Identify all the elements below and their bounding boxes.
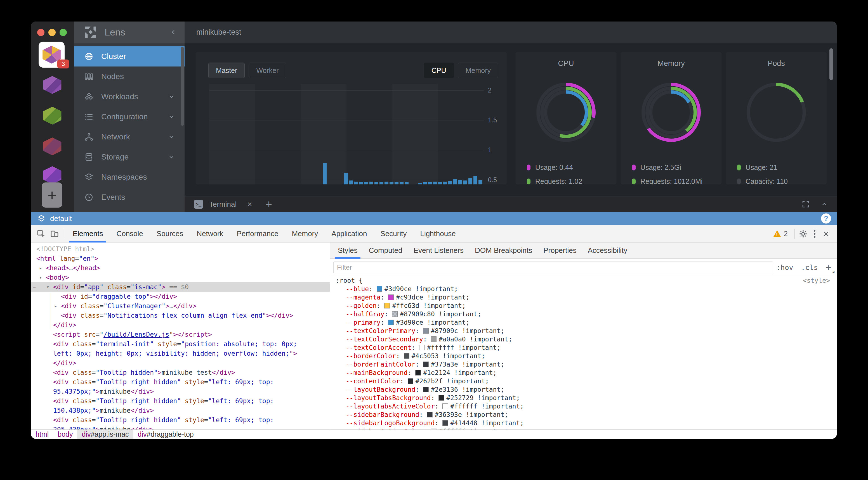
color-swatch[interactable] <box>408 378 413 384</box>
dom-tree-row[interactable]: <html lang="en"> <box>31 254 330 263</box>
class-toggle[interactable]: .cls <box>801 264 818 272</box>
rule-source-link[interactable]: <style> <box>803 276 830 285</box>
cluster-tile-active[interactable]: 3 <box>39 42 65 68</box>
rule-selector[interactable]: :root { <box>336 277 363 284</box>
tab-lighthouse[interactable]: Lighthouse <box>413 225 462 242</box>
css-property-row[interactable]: --magenta: #c93dce !important; <box>330 293 837 302</box>
sidebar-item-network[interactable]: Network <box>74 127 185 147</box>
namespace-label[interactable]: default <box>50 214 72 223</box>
css-property-name[interactable]: --textColorPrimary <box>346 327 415 335</box>
sidebar-item-cluster[interactable]: Cluster <box>74 46 185 67</box>
css-property-value[interactable]: #373a3e !important; <box>431 361 504 368</box>
dom-tree-row[interactable]: <div class="Tooltip right hidden" style=… <box>31 396 330 406</box>
chevron-down-icon[interactable] <box>168 113 175 121</box>
color-swatch[interactable] <box>423 328 429 334</box>
css-property-name[interactable]: --layoutTabsActiveColor <box>346 403 435 410</box>
sidebar-collapse-icon[interactable] <box>169 28 177 36</box>
styles-filter-input[interactable] <box>333 262 773 273</box>
tab-security[interactable]: Security <box>374 225 413 242</box>
more-options-icon[interactable] <box>809 230 820 238</box>
terminal-fullscreen-icon[interactable] <box>801 200 810 208</box>
color-swatch[interactable] <box>377 286 382 292</box>
dom-tree-row[interactable]: <div class="Tooltip hidden">minikube-tes… <box>31 368 330 377</box>
css-property-row[interactable]: --layoutTabsBackground: #252729 !importa… <box>330 394 837 402</box>
css-property-value[interactable]: #87909c !important; <box>431 327 504 335</box>
css-property-value[interactable]: #4c5053 !important; <box>412 352 485 359</box>
color-swatch[interactable] <box>442 420 448 426</box>
css-property-value[interactable]: #ffffff !important; <box>450 403 524 410</box>
tab-memory[interactable]: Memory <box>285 225 325 242</box>
sidebar-item-workloads[interactable]: Workloads <box>74 87 185 107</box>
traffic-light-minimize[interactable] <box>49 29 56 36</box>
dom-tree-row[interactable]: ▸<head>…</head> <box>31 263 330 273</box>
dom-tree-row[interactable]: left: 0px; height: 0px; visibility: hidd… <box>31 349 330 358</box>
cluster-tile[interactable] <box>42 107 62 125</box>
terminal-collapse-icon[interactable] <box>820 200 828 208</box>
terminal-close-icon[interactable]: × <box>247 200 252 209</box>
css-property-row[interactable]: --textColorPrimary: #87909c !important; <box>330 327 837 335</box>
dom-tree-row[interactable]: <script src="/build/LensDev.js"></script… <box>31 330 330 339</box>
dom-tree-row[interactable]: </div> <box>31 358 330 368</box>
dom-tree-row[interactable]: 205.438px;">minikube</div> <box>31 425 330 430</box>
settings-gear-icon[interactable] <box>798 228 809 239</box>
styles-tab-dom-breakpoints[interactable]: DOM Breakpoints <box>469 242 538 259</box>
add-cluster-button[interactable]: + <box>42 182 62 208</box>
breadcrumb-body[interactable]: body <box>53 430 77 439</box>
css-property-value[interactable]: #ffffff !important; <box>427 344 501 351</box>
dom-tree-row[interactable]: <div class="terminal-init" style="positi… <box>31 339 330 349</box>
dom-tree-row[interactable]: <div class="Tooltip right hidden" style=… <box>31 377 330 387</box>
css-property-row[interactable]: --sidebarLogoBackground: #414448 !import… <box>330 419 837 427</box>
color-swatch[interactable] <box>423 362 429 367</box>
tab-performance[interactable]: Performance <box>230 225 285 242</box>
dom-tree-row[interactable]: 150.438px;">minikube</div> <box>31 406 330 415</box>
dom-tree-row[interactable]: 95.4375px;">minikube</div> <box>31 387 330 396</box>
cluster-tile[interactable] <box>42 137 62 155</box>
css-property-value[interactable]: #c93dce !important; <box>396 294 469 301</box>
css-property-row[interactable]: --mainBackground: #1e2124 !important; <box>330 369 837 377</box>
color-swatch[interactable] <box>392 311 398 317</box>
css-property-name[interactable]: --borderColor <box>346 352 396 359</box>
node-tab-master[interactable]: Master <box>208 63 245 78</box>
row-ellipsis-icon[interactable]: ⋯ <box>33 282 37 292</box>
color-swatch[interactable] <box>415 370 421 376</box>
css-property-row[interactable]: --textColorSecondary: #a0a0a0 !important… <box>330 335 837 343</box>
css-property-name[interactable]: --textColorAccent <box>346 344 411 351</box>
node-tab-worker[interactable]: Worker <box>249 63 286 78</box>
dashboard-scrollbar[interactable] <box>829 48 833 80</box>
color-swatch[interactable] <box>388 320 394 325</box>
css-property-value[interactable]: #2e3136 !important; <box>431 386 504 393</box>
dom-tree-row[interactable]: <div class="Notifications flex column al… <box>31 311 330 320</box>
css-property-row[interactable]: --textColorAccent: #ffffff !important; <box>330 343 837 352</box>
css-property-row[interactable]: --blue: #3d90ce !important; <box>330 285 837 293</box>
css-property-row[interactable]: --layoutTabsActiveColor: #ffffff !import… <box>330 402 837 410</box>
sidebar-item-events[interactable]: Events <box>74 187 185 207</box>
traffic-light-zoom[interactable] <box>60 29 67 36</box>
css-property-row[interactable]: --contentColor: #262b2f !important; <box>330 377 837 385</box>
css-property-row[interactable]: --golden: #ffc63d !important; <box>330 302 837 310</box>
sidebar-item-nodes[interactable]: Nodes <box>74 67 185 87</box>
terminal-add-icon[interactable]: + <box>266 198 272 211</box>
tree-expand-icon[interactable]: ▸ <box>39 263 42 273</box>
warning-count[interactable]: 2 <box>784 229 788 238</box>
styles-tab-properties[interactable]: Properties <box>538 242 582 259</box>
css-property-value[interactable]: #3d90ce !important; <box>384 285 458 293</box>
css-property-name[interactable]: --mainBackground <box>346 369 408 376</box>
color-swatch[interactable] <box>438 395 444 401</box>
sidebar-item-storage[interactable]: Storage <box>74 147 185 167</box>
css-property-value[interactable]: #a0a0a0 !important; <box>439 336 512 343</box>
dom-tree-row[interactable]: ⋯▾<div id="app" class="is-mac"> == $0 <box>31 282 330 292</box>
css-property-row[interactable]: --borderFaintColor: #373a3e !important; <box>330 360 837 369</box>
css-property-name[interactable]: --primary <box>346 319 380 326</box>
metric-tab-memory[interactable]: Memory <box>458 63 498 78</box>
cluster-tile[interactable] <box>42 166 62 184</box>
tab-application[interactable]: Application <box>325 225 374 242</box>
css-property-name[interactable]: --halfGray <box>346 310 384 318</box>
css-property-name[interactable]: --magenta <box>346 294 380 301</box>
styles-tab-accessibility[interactable]: Accessibility <box>582 242 633 259</box>
css-property-row[interactable]: --primary: #3d90ce !important; <box>330 318 837 327</box>
css-property-row[interactable]: --sidebarBackground: #36393e !important; <box>330 410 837 419</box>
warning-icon[interactable]: ! <box>773 230 781 237</box>
color-swatch[interactable] <box>388 295 394 300</box>
breadcrumb-div-app-is-mac[interactable]: div#app.is-mac <box>77 430 133 439</box>
tab-elements[interactable]: Elements <box>66 225 110 242</box>
